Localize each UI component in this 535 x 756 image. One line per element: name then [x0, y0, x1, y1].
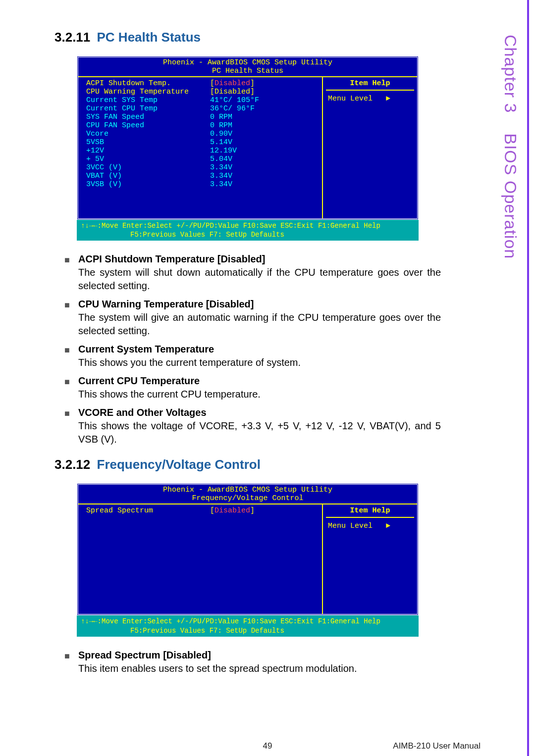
bullet-heading: Spread Spectrum [Disabled]: [78, 650, 441, 661]
bios-footer-line2-2: F5:Previous Values F7: SetUp Defaults: [81, 626, 415, 635]
bullet-heading: Current CPU Temperature: [78, 375, 441, 387]
bios-label: Vcore: [86, 130, 210, 138]
bios-row: 3VSB (V)3.34V: [86, 180, 319, 189]
bios-footer: ↑↓→←:Move Enter:Select +/-/PU/PD:Value F…: [77, 220, 419, 241]
bios-label: CPU FAN Speed: [86, 121, 210, 130]
bios-label: SYS FAN Speed: [86, 113, 210, 121]
section-title-2: Frequency/Voltage Control: [97, 457, 261, 472]
bullet-item: ■Spread Spectrum [Disabled]This item ena…: [64, 650, 441, 679]
bios-row: SYS FAN Speed0 RPM: [86, 113, 319, 121]
bullet-list-2: ■Spread Spectrum [Disabled]This item ena…: [64, 650, 441, 679]
menu-level-label-2: Menu Level: [328, 522, 373, 530]
bios-label: +12V: [86, 147, 210, 155]
section-heading-1: 3.2.11 PC Health Status: [54, 30, 441, 45]
bios-label: 5VSB: [86, 138, 210, 147]
item-help-header: Item Help: [326, 79, 414, 91]
bios-value: 3.34V: [210, 180, 232, 189]
bios-value: [Disabled]: [210, 88, 255, 96]
bios-row: VBAT (V)3.34V: [86, 172, 319, 180]
bios-footer-line1-2: ↑↓→←:Move Enter:Select +/-/PU/PD:Value F…: [81, 617, 415, 626]
bullet-text: This shows you the current temperature o…: [78, 356, 441, 369]
bios-row: 3VCC (V)3.34V: [86, 163, 319, 172]
bios-left-panel-2: Spread Spectrum[Disabled]: [78, 504, 323, 614]
bios-label: 3VCC (V): [86, 163, 210, 172]
bios-row: Current SYS Temp41°C/ 105°F: [86, 96, 319, 104]
bios-value: 3.34V: [210, 163, 232, 172]
bios-box-freq: Phoenix - AwardBIOS CMOS Setup Utility F…: [54, 483, 441, 636]
section-num-1: 3.2.11: [54, 30, 90, 45]
bios-right-panel-2: Item Help Menu Level ►: [323, 504, 417, 614]
bios-label: Spread Spectrum: [86, 506, 210, 515]
bios-title: Phoenix - AwardBIOS CMOS Setup Utility: [78, 57, 417, 67]
bios-value: 5.04V: [210, 155, 232, 163]
bullet-heading: VCORE and Other Voltages: [78, 407, 441, 418]
bios-label: VBAT (V): [86, 172, 210, 180]
bullet-icon: ■: [64, 407, 78, 450]
item-help-header-2: Item Help: [326, 506, 414, 518]
bios-value: 41°C/ 105°F: [210, 96, 259, 104]
bullet-body: Spread Spectrum [Disabled]This item enab…: [78, 650, 441, 679]
bullet-item: ■VCORE and Other VoltagesThis shows the …: [64, 407, 441, 450]
menu-level-arrow-icon: ►: [377, 95, 390, 103]
bullet-icon: ■: [64, 375, 78, 405]
bios-footer-line2: F5:Previous Values F7: SetUp Defaults: [81, 230, 415, 239]
bullet-text: This shows the current CPU temperature.: [78, 388, 441, 401]
bullet-text: The system will give an automatic warnin…: [78, 311, 441, 338]
bios-value: 36°C/ 96°F: [210, 104, 255, 113]
bios-row: CPU FAN Speed0 RPM: [86, 121, 319, 130]
bios-left-panel: ACPI Shutdown Temp.[Disabled]CPU Warning…: [78, 77, 323, 218]
section-heading-2: 3.2.12 Frequency/Voltage Control: [54, 457, 441, 472]
bios-row: 5VSB5.14V: [86, 138, 319, 147]
section-num-2: 3.2.12: [54, 457, 90, 472]
bullet-icon: ■: [64, 344, 78, 373]
bios-value: 0.90V: [210, 130, 232, 138]
bios-value: [Disabled]: [210, 506, 255, 515]
bios-value: 3.34V: [210, 172, 232, 180]
bios-subtitle-1: PC Health Status: [78, 67, 417, 76]
bullet-item: ■Current System TemperatureThis shows yo…: [64, 344, 441, 373]
bios-value: 0 RPM: [210, 121, 232, 130]
bullet-icon: ■: [64, 650, 78, 679]
bullet-body: Current System TemperatureThis shows you…: [78, 344, 441, 373]
bios-row: CPU Warning Temperature[Disabled]: [86, 88, 319, 96]
bios-box-pc-health: Phoenix - AwardBIOS CMOS Setup Utility P…: [54, 56, 441, 241]
bios-title-2: Phoenix - AwardBIOS CMOS Setup Utility: [78, 485, 417, 494]
bios-value: 5.14V: [210, 138, 232, 147]
bullet-icon: ■: [64, 253, 78, 297]
bullet-body: CPU Warning Temperature [Disabled]The sy…: [78, 299, 441, 342]
page-number: 49: [263, 741, 272, 751]
bullet-heading: Current System Temperature: [78, 344, 441, 355]
bios-row: Vcore0.90V: [86, 130, 319, 138]
bullet-text: The system will shut down automatically …: [78, 266, 441, 293]
bios-row: Current CPU Temp36°C/ 96°F: [86, 104, 319, 113]
bullet-body: ACPI Shutdown Temperature [Disabled]The …: [78, 253, 441, 297]
bullet-item: ■Current CPU TemperatureThis shows the c…: [64, 375, 441, 405]
bullet-body: Current CPU TemperatureThis shows the cu…: [78, 375, 441, 405]
bullet-icon: ■: [64, 299, 78, 342]
menu-level-label: Menu Level: [328, 95, 373, 103]
bios-label: + 5V: [86, 155, 210, 163]
menu-level-row: Menu Level ►: [326, 91, 414, 107]
bios-label: ACPI Shutdown Temp.: [86, 79, 210, 88]
side-title: Chapter 3 BIOS Operation: [501, 35, 520, 259]
menu-level-row-2: Menu Level ►: [326, 518, 414, 534]
side-bios: BIOS Operation: [501, 133, 520, 259]
bios-value: [Disabled]: [210, 79, 255, 88]
bios-label: CPU Warning Temperature: [86, 88, 210, 96]
bullet-text: This shows the voltage of VCORE, +3.3 V,…: [78, 419, 441, 446]
manual-name: AIMB-210 User Manual: [393, 741, 481, 751]
bios-row: ACPI Shutdown Temp.[Disabled]: [86, 79, 319, 88]
bios-row: Spread Spectrum[Disabled]: [86, 506, 319, 515]
bios-value: 0 RPM: [210, 113, 232, 121]
bios-label: Current SYS Temp: [86, 96, 210, 104]
bullet-body: VCORE and Other VoltagesThis shows the v…: [78, 407, 441, 450]
side-chapter: Chapter 3: [501, 35, 520, 113]
bullet-heading: CPU Warning Temperature [Disabled]: [78, 299, 441, 310]
menu-level-arrow-icon-2: ►: [377, 522, 390, 530]
bios-label: Current CPU Temp: [86, 104, 210, 113]
bios-right-panel: Item Help Menu Level ►: [323, 77, 417, 218]
bios-value: 12.19V: [210, 147, 237, 155]
bios-footer-line1: ↑↓→←:Move Enter:Select +/-/PU/PD:Value F…: [81, 221, 415, 230]
bullet-item: ■CPU Warning Temperature [Disabled]The s…: [64, 299, 441, 342]
side-border: [527, 0, 529, 756]
